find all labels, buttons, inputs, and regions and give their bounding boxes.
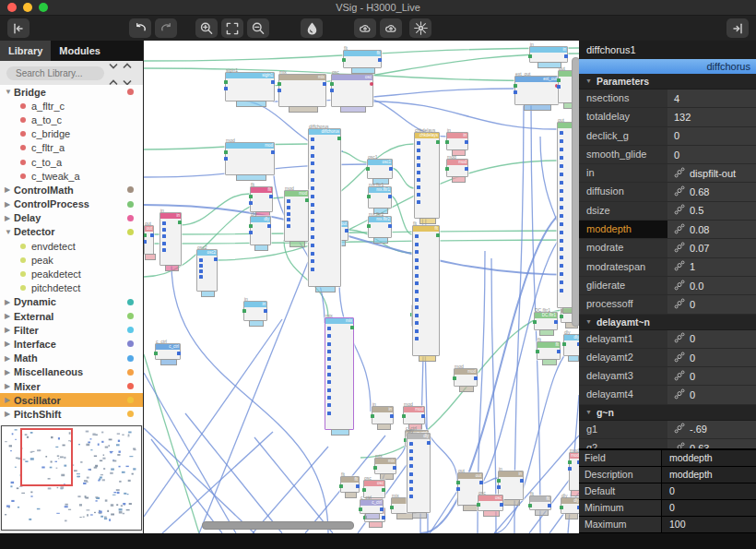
graph-node[interactable]: inin <box>372 406 394 424</box>
param-row-nsections[interactable]: nsections4 <box>579 90 756 108</box>
graph-node[interactable]: inin <box>446 132 468 150</box>
node-port[interactable] <box>560 173 563 176</box>
tree-item-c_bridge[interactable]: c_bridge <box>0 127 143 141</box>
tree-category-bridge[interactable]: ▼Bridge <box>0 85 143 99</box>
param-value[interactable]: 1 <box>667 258 756 276</box>
node-port[interactable] <box>415 234 419 238</box>
triangle-collapsed-icon[interactable]: ▶ <box>5 326 14 334</box>
node-port[interactable] <box>224 87 228 90</box>
node-port[interactable] <box>350 326 354 329</box>
node-port[interactable] <box>417 163 420 167</box>
node-port[interactable] <box>366 167 370 171</box>
node-port[interactable] <box>330 82 334 86</box>
graph-node[interactable]: fltflt <box>412 225 440 356</box>
tree-item-pitchdetect[interactable]: pitchdetect <box>0 281 143 295</box>
param-value[interactable]: 0.07 <box>667 239 756 257</box>
node-port[interactable] <box>409 480 413 483</box>
node-port[interactable] <box>154 352 158 355</box>
graph-node[interactable]: outout <box>144 225 154 255</box>
tree-category-controlmath[interactable]: ▶ControlMath <box>0 183 143 197</box>
tree-category-external[interactable]: ▶External <box>0 309 143 323</box>
node-port[interactable] <box>370 82 373 86</box>
collapse-all-button[interactable] <box>109 66 120 80</box>
node-port[interactable] <box>548 504 551 507</box>
node-port[interactable] <box>327 373 331 376</box>
section-header-parameters[interactable]: ▼Parameters <box>579 74 756 90</box>
node-port[interactable] <box>417 171 420 174</box>
node-port[interactable] <box>327 388 331 392</box>
param-value[interactable]: 0 <box>667 349 756 366</box>
node-port[interactable] <box>311 259 314 263</box>
minimap-viewport[interactable] <box>20 428 73 486</box>
node-port[interactable] <box>409 464 413 468</box>
graph-node[interactable]: c_ctrlc_ctrl <box>360 499 384 514</box>
node-port[interactable] <box>367 224 371 228</box>
node-port[interactable] <box>415 266 419 269</box>
node-port[interactable] <box>362 488 366 492</box>
tree-item-a_fltr_c[interactable]: a_fltr_c <box>0 99 143 113</box>
node-port[interactable] <box>415 281 419 285</box>
node-port[interactable] <box>560 231 563 234</box>
param-value[interactable]: 0 <box>667 367 756 385</box>
node-port[interactable] <box>327 396 331 400</box>
param-row-g1[interactable]: g1-.69 <box>579 421 756 439</box>
tree-item-c_to_a[interactable]: c_to_a <box>0 155 143 169</box>
node-port[interactable] <box>380 507 384 511</box>
node-port[interactable] <box>427 441 431 445</box>
param-value[interactable]: dispfilt-out <box>667 164 756 182</box>
tree-category-miscellaneous[interactable]: ▶Miscellaneous <box>0 365 143 379</box>
tree-item-c_fltr_a[interactable]: c_fltr_a <box>0 141 143 155</box>
node-port[interactable] <box>409 449 413 453</box>
graph-node[interactable]: mx.fltr2mx.fltr2 <box>368 216 392 238</box>
node-port[interactable] <box>560 239 563 243</box>
node-port[interactable] <box>327 334 331 338</box>
node-port[interactable] <box>199 258 203 262</box>
node-port[interactable] <box>323 82 326 86</box>
node-port[interactable] <box>327 365 331 369</box>
node-port[interactable] <box>557 85 561 89</box>
graph-node[interactable]: fltflt <box>537 341 561 360</box>
node-port[interactable] <box>224 80 228 84</box>
render-burst-button[interactable] <box>409 18 431 38</box>
node-port[interactable] <box>311 219 314 222</box>
tree-category-pitchshift[interactable]: ▶PitchShift <box>0 407 143 421</box>
node-port[interactable] <box>560 256 563 259</box>
tree-category-delay[interactable]: ▶Delay <box>0 211 143 225</box>
tree-item-a_to_c[interactable]: a_to_c <box>0 113 143 126</box>
tree-category-dynamic[interactable]: ▶Dynamic <box>0 295 143 309</box>
param-value[interactable]: 0 <box>667 127 756 145</box>
node-port[interactable] <box>269 195 273 198</box>
node-port[interactable] <box>327 403 331 407</box>
node-port[interactable] <box>242 309 246 313</box>
redo-button[interactable] <box>155 18 177 38</box>
node-port[interactable] <box>415 314 419 317</box>
node-port[interactable] <box>388 224 392 228</box>
node-port[interactable] <box>278 89 281 92</box>
node-port[interactable] <box>311 146 314 149</box>
node-port[interactable] <box>417 193 420 197</box>
node-port[interactable] <box>249 224 253 228</box>
param-row-smooth_glide[interactable]: smooth_glide0 <box>579 146 756 164</box>
param-value[interactable]: 0 <box>667 295 756 313</box>
zoom-out-button[interactable] <box>247 18 269 38</box>
param-value[interactable]: 0.08 <box>667 221 756 238</box>
node-port[interactable] <box>421 414 425 418</box>
node-port[interactable] <box>445 140 449 144</box>
node-port[interactable] <box>311 137 314 141</box>
zoom-in-button[interactable] <box>195 18 218 38</box>
node-port[interactable] <box>560 247 563 251</box>
tree-category-math[interactable]: ▶Math <box>0 352 143 365</box>
node-port[interactable] <box>178 221 182 224</box>
tree-category-interface[interactable]: ▶Interface <box>0 337 143 351</box>
node-port[interactable] <box>560 206 563 209</box>
node-port[interactable] <box>520 479 524 483</box>
tree-category-mixer[interactable]: ▶Mixer <box>0 379 143 393</box>
graph-node[interactable]: modmod <box>446 159 468 177</box>
node-port[interactable] <box>162 221 166 225</box>
param-row-delayamt4[interactable]: delayamt40 <box>579 386 756 404</box>
node-port[interactable] <box>533 320 537 324</box>
graph-node[interactable]: DC.fltr1DC.fltr1 <box>534 312 558 330</box>
node-port[interactable] <box>144 240 147 244</box>
node-port[interactable] <box>500 503 503 507</box>
triangle-collapsed-icon[interactable]: ▶ <box>5 354 14 363</box>
